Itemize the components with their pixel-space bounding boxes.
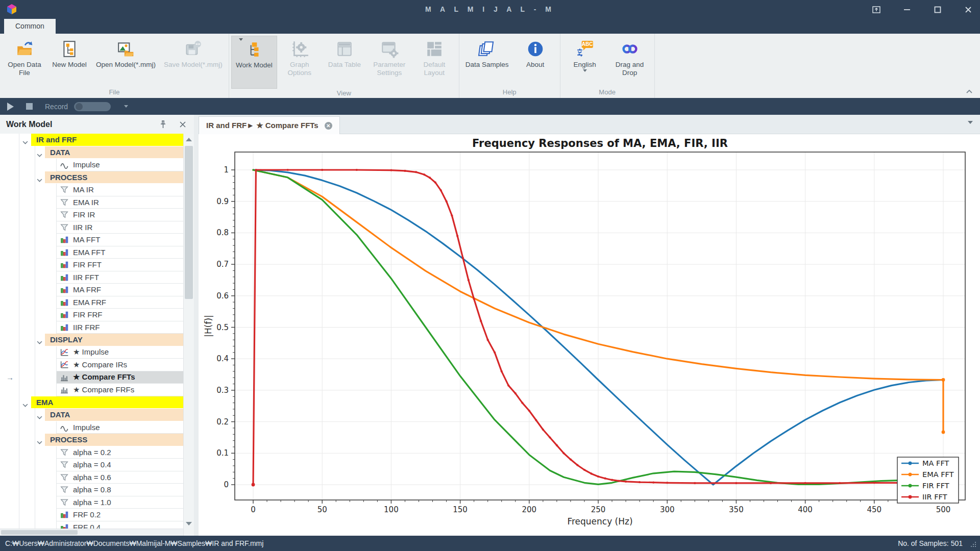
drag-and-drop-button[interactable]: Drag and Drop — [607, 36, 652, 88]
tree-item-label: Impulse — [73, 160, 100, 169]
new-model-icon — [60, 40, 79, 58]
tree-item-process[interactable]: PROCESS — [0, 171, 183, 184]
wave-icon — [60, 423, 69, 432]
tree-item-iir-frf[interactable]: IIR FRF — [0, 321, 183, 334]
save-model-mmj-label: Save Model(*.mmj) — [164, 61, 223, 69]
funnel-icon — [60, 473, 69, 482]
funnel-icon — [60, 210, 69, 219]
resize-grip[interactable] — [971, 542, 976, 547]
funnel-icon — [60, 185, 69, 194]
tree-item-compare-frfs[interactable]: ★ Compare FRFs — [0, 384, 183, 396]
ribbon-collapse-icon[interactable] — [966, 89, 973, 94]
tab-compare-ffts[interactable]: IR and FRF► ★ Compare FFTs ✕ — [199, 116, 340, 134]
data-table-icon — [335, 40, 354, 58]
play-icon[interactable] — [7, 103, 14, 111]
work-model-icon — [245, 40, 263, 59]
tree-item-alpha-0-8[interactable]: alpha = 0.8 — [0, 484, 183, 496]
chart-legend: MA FFTEMA FFTFIR FFTIIR FFT — [897, 457, 959, 503]
tree-item-ema-fft[interactable]: EMA FFT — [0, 246, 183, 259]
tree-item-label: MA IR — [73, 185, 94, 194]
expand-chevron-icon[interactable] — [37, 438, 42, 442]
new-model-label: New Model — [52, 61, 87, 69]
model-group-label: IR and FRF — [31, 134, 183, 146]
tree-item-impulse[interactable]: Impulse — [0, 159, 183, 171]
tree-item-ma-fft[interactable]: MA FFT — [0, 234, 183, 246]
drag-drop-icon — [621, 40, 639, 58]
new-model-button[interactable]: New Model — [47, 36, 92, 88]
tree-item-label: alpha = 0.6 — [73, 473, 111, 482]
data-samples-button[interactable]: Data Samples — [461, 36, 513, 88]
data-samples-label: Data Samples — [465, 61, 509, 69]
expand-chevron-icon[interactable] — [37, 413, 42, 417]
record-toggle[interactable] — [74, 102, 111, 111]
tree-item-ema-frf[interactable]: EMA FRF — [0, 296, 183, 309]
scroll-down-icon[interactable] — [186, 522, 192, 525]
section-label: DATA — [45, 146, 183, 159]
popup-window-icon[interactable] — [870, 3, 883, 16]
ribbon-group-file: Open Data FileNew ModelOpen Model(*.mmj)… — [0, 34, 229, 98]
tree-item-ma-ir[interactable]: MA IR — [0, 184, 183, 196]
tree-item-ema[interactable]: EMA — [0, 396, 183, 409]
language-dropdown-icon[interactable] — [583, 69, 587, 72]
tree-item-ma-frf[interactable]: MA FRF — [0, 284, 183, 296]
tree-item-process[interactable]: PROCESS — [0, 434, 183, 446]
ribbon-group-view: Work ModelGraph OptionsData TableParamet… — [229, 34, 459, 98]
tab-common[interactable]: Common — [4, 19, 56, 34]
tree-item-compare-irs[interactable]: ★ Compare IRs — [0, 359, 183, 371]
expand-chevron-icon[interactable] — [37, 338, 42, 342]
tree-item-data[interactable]: DATA — [0, 146, 183, 159]
expand-chevron-icon[interactable] — [22, 400, 28, 405]
svg-text:MA FFT: MA FFT — [922, 459, 949, 467]
close-button[interactable] — [962, 3, 975, 16]
model-group-label: EMA — [31, 396, 183, 409]
tree-item-impulse[interactable]: ★ Impulse — [0, 346, 183, 359]
expand-chevron-icon[interactable] — [37, 151, 42, 155]
ribbon: Open Data FileNew ModelOpen Model(*.mmj)… — [0, 34, 980, 98]
record-toggle-knob[interactable] — [76, 103, 83, 110]
tree-vertical-scrollbar[interactable] — [183, 134, 194, 536]
about-button[interactable]: About — [513, 36, 558, 88]
tree-item-alpha-1-0[interactable]: alpha = 1.0 — [0, 496, 183, 509]
english-label: English — [573, 61, 596, 69]
tree-item-frf-0-2[interactable]: FRF 0.2 — [0, 509, 183, 521]
fft-chart: 05010015020025030035040045050000.10.20.3… — [194, 134, 980, 536]
open-model-mmj-button[interactable]: Open Model(*.mmj) — [92, 36, 160, 88]
tab-list-dropdown-icon[interactable] — [968, 121, 973, 124]
tree-item-alpha-0-6[interactable]: alpha = 0.6 — [0, 471, 183, 484]
tree-item-alpha-0-2[interactable]: alpha = 0.2 — [0, 446, 183, 459]
bars-icon — [60, 273, 69, 282]
scrollbar-thumb[interactable] — [185, 146, 193, 299]
open-data-file-button[interactable]: Open Data File — [2, 36, 47, 88]
tree-item-data[interactable]: DATA — [0, 409, 183, 421]
ribbon-group-help: Data SamplesAboutHelp — [459, 34, 560, 98]
tree-item-display[interactable]: DISPLAY — [0, 334, 183, 346]
tree-item-ema-ir[interactable]: EMA IR — [0, 196, 183, 209]
bars-icon — [60, 510, 69, 519]
scroll-up-icon[interactable] — [186, 138, 192, 141]
expand-chevron-icon[interactable] — [22, 138, 28, 142]
tree-item-fir-frf[interactable]: FIR FRF — [0, 309, 183, 321]
hscrollbar-thumb[interactable] — [1, 530, 78, 535]
minimize-button[interactable] — [900, 3, 914, 16]
tree-item-alpha-0-4[interactable]: alpha = 0.4 — [0, 459, 183, 471]
pin-icon[interactable] — [160, 120, 166, 129]
tree-item-iir-fft[interactable]: IIR FFT — [0, 271, 183, 284]
english-button[interactable]: ABCEnglish — [562, 36, 607, 88]
record-dropdown-icon[interactable] — [124, 105, 128, 108]
maximize-button[interactable] — [931, 3, 944, 16]
svg-text:350: 350 — [729, 505, 744, 514]
work-model-label: Work Model — [236, 61, 273, 69]
work-model-button[interactable]: Work Model — [231, 36, 277, 89]
tree-item-impulse[interactable]: Impulse — [0, 421, 183, 434]
tree-item-iir-ir[interactable]: IIR IR — [0, 221, 183, 234]
tree-item-compare-ffts[interactable]: →★ Compare FFTs — [0, 371, 183, 384]
tree-item-fir-fft[interactable]: FIR FFT — [0, 259, 183, 271]
tab-close-icon[interactable]: ✕ — [325, 122, 332, 130]
ribbon-group-mode: ABCEnglishDrag and DropMode — [560, 34, 655, 98]
tree-horizontal-scrollbar[interactable] — [0, 529, 183, 536]
tree-item-fir-ir[interactable]: FIR IR — [0, 209, 183, 221]
stop-icon[interactable] — [26, 103, 33, 110]
panel-close-icon[interactable] — [180, 121, 186, 128]
tree-item-ir-and-frf[interactable]: IR and FRF — [0, 134, 183, 146]
expand-chevron-icon[interactable] — [37, 176, 42, 180]
